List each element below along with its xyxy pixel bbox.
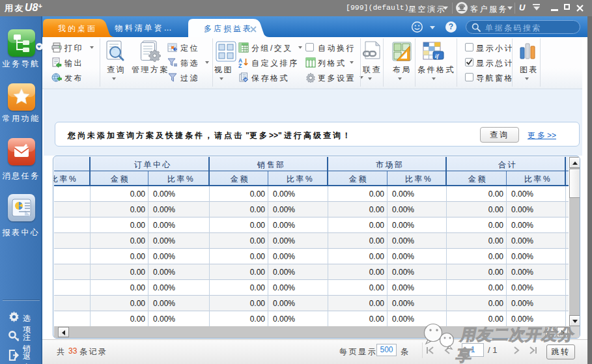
svg-text:Z: Z — [238, 63, 242, 68]
